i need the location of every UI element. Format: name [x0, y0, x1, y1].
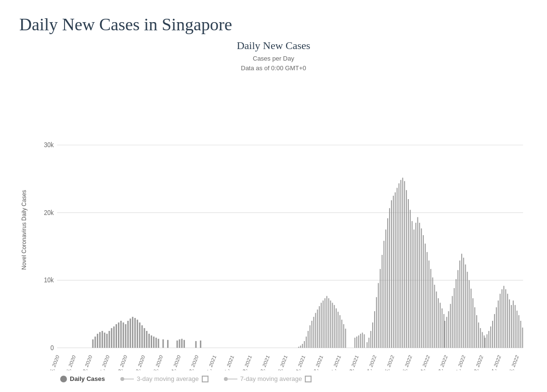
svg-rect-41 [181, 339, 182, 348]
svg-rect-40 [179, 340, 180, 348]
svg-text:Mar 25, 2020: Mar 25, 2020 [60, 354, 77, 370]
svg-rect-63 [332, 303, 333, 348]
svg-rect-44 [200, 341, 201, 348]
svg-rect-123 [452, 296, 453, 348]
svg-rect-161 [522, 328, 523, 348]
svg-rect-24 [130, 318, 131, 348]
svg-rect-119 [444, 321, 445, 348]
svg-rect-35 [156, 338, 157, 348]
svg-rect-89 [389, 208, 390, 348]
svg-rect-55 [317, 310, 318, 348]
svg-rect-98 [406, 190, 407, 348]
svg-rect-104 [417, 217, 418, 348]
svg-text:Nov 25, 2022: Nov 25, 2022 [503, 354, 520, 370]
svg-rect-59 [325, 298, 326, 348]
svg-rect-137 [478, 322, 479, 348]
legend-7day-checkbox[interactable] [305, 376, 312, 382]
svg-rect-100 [410, 210, 411, 348]
y-axis-label: Novel Coronavirus Daily Cases [19, 77, 29, 382]
svg-rect-27 [137, 320, 138, 348]
svg-rect-21 [123, 322, 124, 348]
chart-subtitle: Cases per Day Data as of 0:00 GMT+0 [241, 54, 306, 73]
legend-daily-cases-icon [60, 376, 67, 382]
svg-rect-87 [385, 229, 386, 348]
svg-rect-78 [368, 338, 369, 348]
svg-rect-58 [323, 301, 324, 348]
svg-rect-79 [370, 331, 371, 348]
svg-rect-136 [476, 315, 477, 348]
svg-point-189 [120, 377, 124, 381]
svg-rect-113 [434, 285, 435, 348]
svg-rect-31 [146, 331, 147, 348]
svg-text:Nov 14, 2020: Nov 14, 2020 [165, 354, 182, 370]
svg-rect-82 [376, 297, 377, 348]
svg-text:Jul 06, 2021: Jul 06, 2021 [273, 354, 288, 370]
svg-rect-142 [486, 334, 487, 348]
page-title: Daily New Cases in Singapore [19, 14, 528, 35]
chart-area: Novel Coronavirus Daily Cases 0 10k 20k [19, 77, 528, 382]
svg-rect-77 [366, 342, 367, 348]
svg-rect-141 [485, 338, 486, 348]
svg-rect-73 [358, 335, 359, 348]
legend-3day-checkbox[interactable] [202, 376, 208, 382]
svg-rect-99 [408, 199, 409, 348]
svg-text:0: 0 [51, 343, 54, 352]
svg-rect-65 [336, 308, 337, 348]
svg-rect-20 [120, 321, 122, 348]
svg-text:Oct 06, 2020: Oct 06, 2020 [148, 354, 164, 370]
svg-rect-144 [490, 327, 491, 348]
svg-rect-121 [448, 311, 449, 348]
svg-rect-93 [397, 188, 398, 348]
svg-rect-81 [374, 311, 375, 348]
svg-rect-86 [383, 241, 384, 348]
svg-rect-42 [183, 340, 185, 348]
svg-rect-37 [162, 340, 164, 348]
svg-rect-114 [436, 291, 437, 348]
legend-3day-label: 3-day moving average [137, 375, 199, 382]
svg-rect-118 [443, 314, 444, 348]
svg-rect-70 [345, 329, 346, 348]
svg-rect-94 [399, 183, 400, 348]
svg-rect-72 [356, 337, 357, 348]
svg-rect-74 [360, 334, 361, 348]
svg-text:May 28, 2021: May 28, 2021 [254, 354, 271, 370]
svg-text:Oct 31, 2021: Oct 31, 2021 [326, 354, 341, 370]
svg-rect-13 [104, 333, 105, 348]
svg-rect-23 [127, 321, 129, 348]
svg-text:Jun 11, 2020: Jun 11, 2020 [94, 354, 111, 370]
svg-text:Jun 22, 2022: Jun 22, 2022 [432, 354, 449, 370]
svg-text:Feb 15, 2020: Feb 15, 2020 [44, 354, 60, 370]
svg-rect-122 [450, 304, 451, 348]
svg-rect-51 [310, 325, 311, 348]
svg-rect-143 [488, 331, 489, 348]
svg-rect-76 [364, 334, 365, 348]
svg-rect-126 [457, 270, 458, 348]
svg-text:Dec 09, 2021: Dec 09, 2021 [343, 354, 359, 370]
chart-svg: 0 10k 20k 30k [31, 77, 528, 370]
svg-rect-145 [492, 321, 493, 348]
svg-rect-60 [326, 296, 327, 348]
legend-3day-icon [119, 376, 134, 382]
svg-text:30k: 30k [44, 140, 54, 149]
chart-container: Daily New Cases Cases per Day Data as of… [19, 39, 528, 382]
svg-text:Jan 17, 2022: Jan 17, 2022 [361, 354, 378, 370]
svg-rect-120 [446, 317, 447, 348]
svg-rect-90 [391, 200, 392, 348]
svg-rect-153 [507, 294, 508, 348]
svg-rect-112 [432, 278, 433, 348]
svg-rect-105 [419, 223, 420, 348]
svg-rect-95 [400, 180, 401, 348]
svg-rect-135 [474, 307, 475, 348]
svg-rect-80 [372, 322, 373, 348]
svg-rect-50 [308, 331, 309, 348]
svg-rect-160 [520, 321, 521, 348]
svg-rect-158 [517, 311, 518, 348]
svg-text:10k: 10k [44, 276, 54, 284]
svg-rect-61 [328, 298, 329, 348]
svg-rect-91 [393, 196, 394, 348]
legend-3day-avg: 3-day moving average [119, 375, 208, 382]
svg-rect-106 [421, 228, 422, 348]
svg-rect-53 [313, 317, 314, 348]
svg-text:Oct 17, 2022: Oct 17, 2022 [486, 354, 502, 370]
svg-rect-110 [429, 261, 430, 348]
